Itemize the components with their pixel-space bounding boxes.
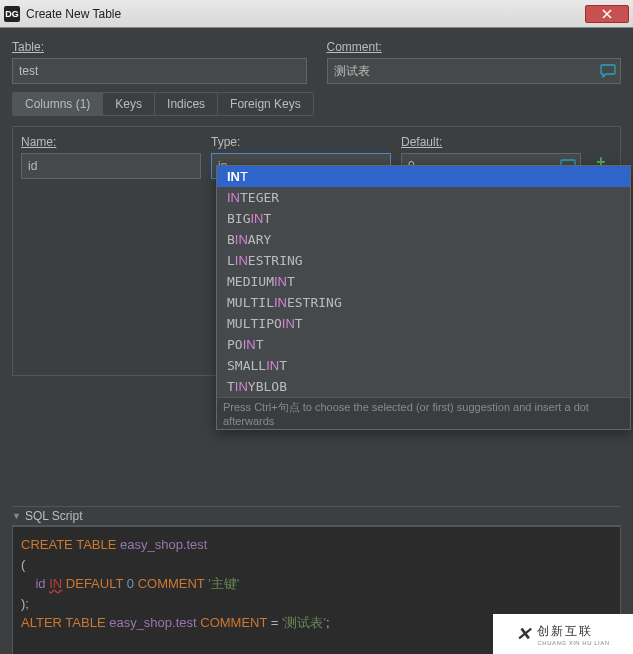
app-icon: DG bbox=[4, 6, 20, 22]
table-label: Table: bbox=[12, 40, 307, 54]
autocomplete-item[interactable]: TINYBLOB bbox=[217, 376, 630, 397]
sql-script-header[interactable]: ▼ SQL Script bbox=[12, 506, 621, 526]
autocomplete-item[interactable]: BIGINT bbox=[217, 208, 630, 229]
tab-keys[interactable]: Keys bbox=[103, 93, 155, 115]
autocomplete-item[interactable]: LINESTRING bbox=[217, 250, 630, 271]
autocomplete-item[interactable]: INTEGER bbox=[217, 187, 630, 208]
close-icon bbox=[602, 9, 612, 19]
default-label: Default: bbox=[401, 135, 581, 149]
autocomplete-item[interactable]: POINT bbox=[217, 334, 630, 355]
autocomplete-popup: INTINTEGERBIGINTBINARYLINESTRINGMEDIUMIN… bbox=[216, 165, 631, 430]
comment-expand-icon[interactable] bbox=[599, 62, 617, 80]
name-input[interactable] bbox=[21, 153, 201, 179]
autocomplete-item[interactable]: SMALLINT bbox=[217, 355, 630, 376]
autocomplete-footer: Press Ctrl+句点 to choose the selected (or… bbox=[217, 397, 630, 429]
autocomplete-item[interactable]: MULTILINESTRING bbox=[217, 292, 630, 313]
comment-label: Comment: bbox=[327, 40, 622, 54]
tab-foreign-keys[interactable]: Foreign Keys bbox=[218, 93, 313, 115]
close-button[interactable] bbox=[585, 5, 629, 23]
autocomplete-item[interactable]: MEDIUMINT bbox=[217, 271, 630, 292]
watermark: ✕ 创新互联 CHUANG XIN HU LIAN bbox=[493, 614, 633, 654]
watermark-cn: 创新互联 bbox=[537, 623, 609, 640]
tab-indices[interactable]: Indices bbox=[155, 93, 218, 115]
table-input[interactable] bbox=[12, 58, 307, 84]
watermark-logo-icon: ✕ bbox=[516, 623, 531, 645]
titlebar: DG Create New Table bbox=[0, 0, 633, 28]
type-label: Type: bbox=[211, 135, 391, 149]
autocomplete-item[interactable]: BINARY bbox=[217, 229, 630, 250]
watermark-en: CHUANG XIN HU LIAN bbox=[537, 640, 609, 646]
collapse-icon: ▼ bbox=[12, 511, 21, 521]
autocomplete-item[interactable]: MULTIPOINT bbox=[217, 313, 630, 334]
sql-script-label: SQL Script bbox=[25, 509, 83, 523]
window-title: Create New Table bbox=[26, 7, 585, 21]
tab-columns-[interactable]: Columns (1) bbox=[13, 93, 103, 115]
name-label: Name: bbox=[21, 135, 201, 149]
tabs: Columns (1)KeysIndicesForeign Keys bbox=[12, 92, 314, 116]
autocomplete-item[interactable]: INT bbox=[217, 166, 630, 187]
comment-input[interactable] bbox=[327, 58, 622, 84]
